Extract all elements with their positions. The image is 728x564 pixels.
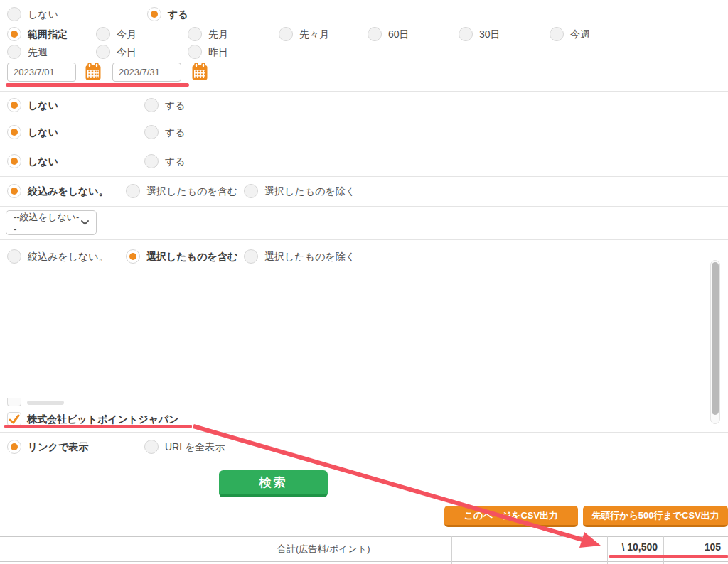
- radio-option-60days[interactable]: 60日: [368, 27, 410, 41]
- radio-option-range[interactable]: 範囲指定: [7, 27, 68, 41]
- radio-icon[interactable]: [96, 27, 110, 41]
- checkbox-partial[interactable]: [7, 398, 21, 406]
- radio-label: 先月: [208, 27, 228, 41]
- radio-label: 絞込みをしない。: [28, 249, 109, 264]
- radio-label: 昨日: [208, 45, 228, 59]
- radio-selected-icon[interactable]: [7, 184, 21, 198]
- radio-option-include-selected[interactable]: 選択したものを含む: [126, 249, 237, 264]
- radio-option-no[interactable]: しない: [7, 154, 58, 168]
- radio-icon[interactable]: [188, 27, 202, 41]
- radio-label: 選択したものを含む: [146, 184, 237, 198]
- radio-icon[interactable]: [550, 27, 564, 41]
- radio-option-no-filter[interactable]: 絞込みをしない。: [7, 249, 109, 264]
- radio-label: 絞込みをしない。: [28, 184, 109, 198]
- radio-option-no[interactable]: しない: [7, 125, 58, 139]
- radio-option-link-display[interactable]: リンクで表示: [7, 440, 88, 454]
- radio-selected-icon[interactable]: [7, 440, 21, 454]
- filter-dropdown[interactable]: --絞込をしない--: [6, 210, 97, 235]
- table-border: [269, 536, 269, 564]
- radio-selected-icon[interactable]: [7, 125, 21, 139]
- radio-option-exclude-selected[interactable]: 選択したものを除く: [244, 184, 355, 198]
- annotation-underline-total: [609, 555, 728, 558]
- divider: [0, 462, 728, 462]
- csv-export-page-button[interactable]: このページをCSV出力: [444, 506, 578, 527]
- radio-icon[interactable]: [144, 125, 159, 139]
- radio-label: 範囲指定: [28, 27, 68, 41]
- radio-selected-icon[interactable]: [7, 98, 21, 112]
- table-border: [451, 536, 452, 564]
- radio-icon[interactable]: [144, 98, 159, 112]
- scrollbar-thumb[interactable]: [712, 262, 719, 415]
- summary-ad-fee-value: \ 10,500: [611, 541, 658, 553]
- chevron-down-icon: [81, 220, 89, 225]
- radio-selected-icon[interactable]: [126, 249, 140, 264]
- radio-option-last-month[interactable]: 先月: [188, 27, 228, 41]
- divider: [0, 206, 728, 207]
- radio-option-30days[interactable]: 30日: [459, 27, 500, 41]
- radio-label: 60日: [388, 27, 410, 41]
- radio-selected-icon[interactable]: [147, 7, 161, 21]
- csv-export-500-rows-button[interactable]: 先頭行から500行までCSV出力: [583, 506, 728, 527]
- divider: [0, 176, 728, 177]
- divider: [0, 1, 728, 1]
- calendar-icon[interactable]: [85, 63, 102, 84]
- radio-option-yes[interactable]: する: [144, 125, 186, 139]
- radio-icon[interactable]: [188, 45, 202, 59]
- search-button[interactable]: 検索: [219, 470, 328, 497]
- radio-option-exclude-selected[interactable]: 選択したものを除く: [244, 249, 355, 264]
- date-to-input[interactable]: [112, 63, 181, 82]
- radio-icon[interactable]: [126, 184, 140, 198]
- radio-label: 先週: [28, 45, 48, 59]
- divider: [0, 146, 728, 146]
- company-checkbox[interactable]: [7, 412, 21, 426]
- radio-label: する: [168, 7, 188, 21]
- date-from-input[interactable]: [7, 63, 76, 82]
- radio-option-yes[interactable]: する: [144, 154, 186, 168]
- radio-icon[interactable]: [244, 249, 258, 264]
- radio-selected-icon[interactable]: [7, 154, 21, 168]
- radio-label: リンクで表示: [28, 440, 88, 454]
- radio-option-no[interactable]: しない: [7, 98, 58, 112]
- radio-option-full-url[interactable]: URLを全表示: [144, 440, 225, 454]
- table-border: [663, 536, 664, 564]
- radio-icon[interactable]: [459, 27, 473, 41]
- radio-option-this-week[interactable]: 今週: [550, 27, 590, 41]
- radio-icon[interactable]: [144, 440, 159, 454]
- radio-option-two-months-ago[interactable]: 先々月: [279, 27, 329, 41]
- radio-option-no-filter[interactable]: 絞込みをしない。: [7, 184, 109, 198]
- table-border: [607, 536, 608, 564]
- annotation-underline-dates: [6, 83, 189, 87]
- filter-dropdown-value: --絞込をしない--: [14, 211, 81, 234]
- radio-icon[interactable]: [96, 45, 110, 59]
- annotation-underline-company: [4, 425, 192, 428]
- radio-icon[interactable]: [7, 45, 21, 59]
- radio-label: 選択したものを除く: [264, 184, 355, 198]
- clipped-list-item-text: [27, 401, 64, 405]
- radio-label: する: [165, 125, 186, 139]
- divider: [0, 91, 728, 92]
- calendar-icon[interactable]: [191, 63, 208, 84]
- radio-option-today[interactable]: 今日: [96, 45, 136, 59]
- radio-label: しない: [28, 154, 58, 168]
- radio-option-yes[interactable]: する: [147, 7, 188, 21]
- radio-option-include-selected[interactable]: 選択したものを含む: [126, 184, 237, 198]
- radio-option-yesterday[interactable]: 昨日: [188, 45, 228, 59]
- radio-label: 選択したものを除く: [264, 249, 355, 264]
- divider: [0, 239, 728, 240]
- radio-label: する: [165, 98, 186, 112]
- radio-icon[interactable]: [7, 249, 21, 264]
- radio-option-yes[interactable]: する: [144, 98, 186, 112]
- summary-points-value: 105: [671, 541, 721, 553]
- radio-option-this-month[interactable]: 今月: [96, 27, 136, 41]
- radio-icon[interactable]: [144, 154, 159, 168]
- radio-label: 今日: [117, 45, 136, 59]
- radio-label: 先々月: [299, 27, 329, 41]
- radio-selected-icon[interactable]: [7, 27, 21, 41]
- radio-icon[interactable]: [279, 27, 293, 41]
- radio-icon[interactable]: [7, 7, 21, 21]
- radio-option-last-week[interactable]: 先週: [7, 45, 48, 59]
- radio-icon[interactable]: [244, 184, 258, 198]
- radio-icon[interactable]: [368, 27, 382, 41]
- divider: [0, 116, 728, 116]
- radio-option-no[interactable]: しない: [7, 7, 58, 21]
